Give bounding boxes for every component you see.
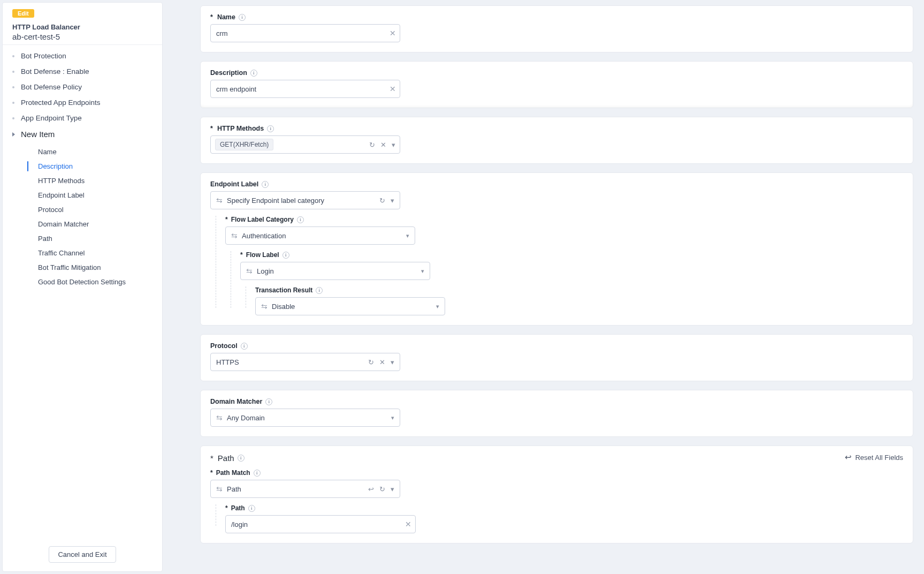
label-domain-matcher: Domain Matcher i <box>210 398 903 405</box>
nav-item-bot-defense-enable[interactable]: Bot Defense : Enable <box>12 64 154 79</box>
shuffle-icon <box>231 232 238 239</box>
domain-matcher-select[interactable]: Any Domain <box>210 409 400 427</box>
chevron-down-icon[interactable] <box>436 303 439 310</box>
path-match-value: Path <box>227 485 241 493</box>
subnav-bot-traffic-mitigation[interactable]: Bot Traffic Mitigation <box>30 260 154 275</box>
txn-result-select[interactable]: Disable <box>255 297 445 315</box>
panel-protocol: Protocol i HTTPS <box>200 334 913 381</box>
path-input[interactable] <box>225 515 416 533</box>
clear-icon[interactable] <box>390 29 396 37</box>
clear-icon[interactable] <box>379 358 385 366</box>
flow-category-select[interactable]: Authentication <box>225 226 415 245</box>
shuffle-icon <box>216 197 223 204</box>
reset-all-fields[interactable]: Reset All Fields <box>845 452 903 462</box>
divider <box>3 44 162 45</box>
panel-domain-matcher: Domain Matcher i Any Domain <box>200 390 913 437</box>
cancel-exit-button[interactable]: Cancel and Exit <box>49 546 116 563</box>
panel-description: Description i <box>200 61 913 108</box>
clear-icon[interactable] <box>390 85 396 93</box>
clear-icon[interactable] <box>380 141 386 149</box>
chevron-down-icon[interactable] <box>391 485 394 493</box>
subnav-traffic-channel[interactable]: Traffic Channel <box>30 246 154 260</box>
refresh-icon[interactable] <box>379 485 385 493</box>
shuffle-icon <box>216 485 223 493</box>
info-icon[interactable]: i <box>248 505 255 512</box>
label-endpoint-label: Endpoint Label i <box>210 180 903 188</box>
label-txn-result: Transaction Result i <box>255 286 903 294</box>
chevron-down-icon[interactable] <box>391 358 394 366</box>
label-flow-label: *Flow Label i <box>240 251 903 259</box>
tree-txn-result: Transaction Result i Disable <box>240 286 903 315</box>
chevron-down-icon[interactable] <box>391 414 394 421</box>
endpoint-label-value: Specify Endpoint label category <box>227 197 324 205</box>
subnav-path[interactable]: Path <box>30 231 154 246</box>
info-icon[interactable]: i <box>239 14 246 21</box>
info-icon[interactable]: i <box>265 398 272 405</box>
info-icon[interactable]: i <box>282 252 289 259</box>
sidebar: Edit HTTP Load Balancer ab-cert-test-5 B… <box>2 2 163 572</box>
info-icon[interactable]: i <box>238 455 245 462</box>
shuffle-icon <box>216 414 223 421</box>
panel-name: *Name i <box>200 5 913 52</box>
label-protocol: Protocol i <box>210 342 903 350</box>
label-name: *Name i <box>210 13 903 21</box>
label-path-match: *Path Match i <box>210 469 903 477</box>
panel-endpoint-label: Endpoint Label i Specify Endpoint label … <box>200 172 913 326</box>
subnav-good-bot-detection[interactable]: Good Bot Detection Settings <box>30 275 154 289</box>
nav-item-app-endpoint-type[interactable]: App Endpoint Type <box>12 110 154 126</box>
path-match-select[interactable]: Path <box>210 480 400 498</box>
info-icon[interactable]: i <box>241 343 248 350</box>
endpoint-label-select[interactable]: Specify Endpoint label category <box>210 191 400 209</box>
nav-item-new-item[interactable]: New Item <box>12 126 154 142</box>
sidebar-title: HTTP Load Balancer <box>12 23 154 31</box>
flow-category-value: Authentication <box>242 232 286 240</box>
nav-list: Bot Protection Bot Defense : Enable Bot … <box>12 48 154 142</box>
info-icon[interactable]: i <box>267 125 274 132</box>
http-methods-select[interactable]: GET(XHR/Fetch) <box>210 135 400 154</box>
info-icon[interactable]: i <box>250 70 257 77</box>
sidebar-subtitle: ab-cert-test-5 <box>12 32 154 41</box>
chevron-down-icon[interactable] <box>392 141 395 149</box>
label-flow-category: *Flow Label Category i <box>225 216 903 223</box>
tree-flow-label: *Flow Label i Login Transaction Result i <box>225 251 903 315</box>
panel-path: Reset All Fields *Path i *Path Match i P… <box>200 445 913 543</box>
subnav-http-methods[interactable]: HTTP Methods <box>30 173 154 188</box>
shuffle-icon <box>246 267 253 275</box>
protocol-value: HTTPS <box>216 358 239 366</box>
tree-flow-category: *Flow Label Category i Authentication *F… <box>210 216 903 315</box>
txn-result-value: Disable <box>272 303 295 311</box>
nav-item-bot-defense-policy[interactable]: Bot Defense Policy <box>12 79 154 95</box>
label-path-section: *Path i <box>210 454 903 463</box>
name-input[interactable] <box>210 24 400 42</box>
shuffle-icon <box>261 303 268 310</box>
info-icon[interactable]: i <box>262 181 269 188</box>
refresh-icon[interactable] <box>368 358 374 366</box>
info-icon[interactable]: i <box>254 470 261 477</box>
nav-item-bot-protection[interactable]: Bot Protection <box>12 48 154 64</box>
refresh-icon[interactable] <box>369 141 375 149</box>
chevron-down-icon[interactable] <box>406 232 409 239</box>
nav-item-protected-app-endpoints[interactable]: Protected App Endpoints <box>12 95 154 110</box>
label-http-methods: *HTTP Methods i <box>210 125 903 132</box>
label-description: Description i <box>210 69 903 77</box>
tree-path: *Path i <box>210 504 903 533</box>
subnav-name[interactable]: Name <box>30 145 154 159</box>
flow-label-select[interactable]: Login <box>240 262 430 280</box>
refresh-icon[interactable] <box>379 197 385 205</box>
protocol-select[interactable]: HTTPS <box>210 353 400 371</box>
subnav-protocol[interactable]: Protocol <box>30 202 154 217</box>
undo-icon[interactable] <box>368 485 374 493</box>
clear-icon[interactable] <box>405 520 411 528</box>
edit-badge: Edit <box>12 9 34 18</box>
info-icon[interactable]: i <box>297 216 304 223</box>
subnav-endpoint-label[interactable]: Endpoint Label <box>30 188 154 202</box>
info-icon[interactable]: i <box>316 287 323 294</box>
subnav-domain-matcher[interactable]: Domain Matcher <box>30 217 154 231</box>
subnav-list: Name Description HTTP Methods Endpoint L… <box>30 145 154 289</box>
flow-label-value: Login <box>257 267 274 275</box>
chevron-down-icon[interactable] <box>421 268 424 275</box>
main-content: *Name i Description i *HTTP Methods i GE… <box>163 0 924 574</box>
description-input[interactable] <box>210 80 400 98</box>
subnav-description[interactable]: Description <box>30 159 154 173</box>
chevron-down-icon[interactable] <box>391 197 394 205</box>
